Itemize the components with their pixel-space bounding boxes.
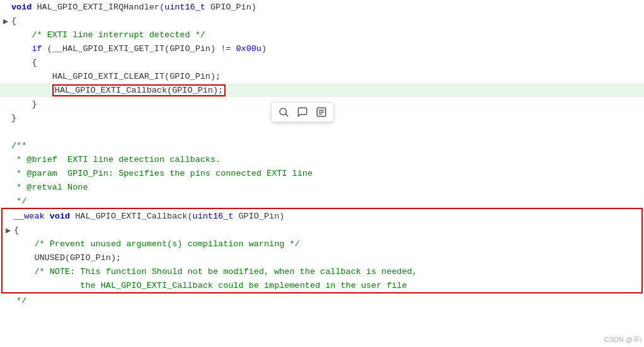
callback-highlight: HAL_GPIO_EXTI_Callback(GPIO_Pin);	[52, 84, 226, 96]
red-section: __weak void HAL_GPIO_EXTI_Callback(uint1…	[1, 208, 643, 293]
code-line-13: * @param GPIO_Pin: Specifies the pins co…	[0, 166, 644, 180]
code-line-16: __weak void HAL_GPIO_EXTI_Callback(uint1…	[3, 209, 641, 223]
code-line-3: /* EXTI line interrupt detected */	[0, 28, 644, 42]
code-line-14: * @retval None	[0, 180, 644, 194]
code-line-10	[0, 125, 644, 139]
comment-icon[interactable]	[296, 105, 309, 119]
list-icon[interactable]	[314, 105, 328, 119]
code-line-21: the HAL_GPIO_EXTI_Callback could be impl…	[3, 278, 641, 292]
svg-line-1	[285, 114, 287, 116]
watermark: CSDN @不\	[604, 335, 641, 344]
code-line-15: */	[0, 194, 644, 208]
code-line-11: /**	[0, 139, 644, 152]
code-line-5: {	[0, 55, 644, 69]
code-line-2: ▶ {	[0, 14, 644, 28]
code-line-22: */	[0, 293, 644, 307]
search-icon[interactable]	[277, 105, 290, 119]
code-line-6: HAL_GPIO_EXTI_CLEAR_IT(GPIO_Pin);	[0, 69, 644, 83]
code-line-1: void HAL_GPIO_EXTI_IRQHandler(uint16_t G…	[0, 0, 644, 14]
code-container: void HAL_GPIO_EXTI_IRQHandler(uint16_t G…	[0, 0, 644, 347]
svg-point-0	[280, 108, 287, 115]
tooltip-icons	[271, 102, 334, 122]
code-line-7: HAL_GPIO_EXTI_Callback(GPIO_Pin);	[0, 83, 644, 97]
code-line-20: /* NOTE: This function Should not be mod…	[3, 265, 641, 278]
code-line-17: ▶ {	[3, 223, 641, 237]
code-line-18: /* Prevent unused argument(s) compilatio…	[3, 237, 641, 251]
code-line-4: if (__HAL_GPIO_EXTI_GET_IT(GPIO_Pin) != …	[0, 42, 644, 55]
code-line-12: * @brief EXTI line detection callbacks.	[0, 152, 644, 166]
code-line-19: UNUSED(GPIO_Pin);	[3, 251, 641, 265]
